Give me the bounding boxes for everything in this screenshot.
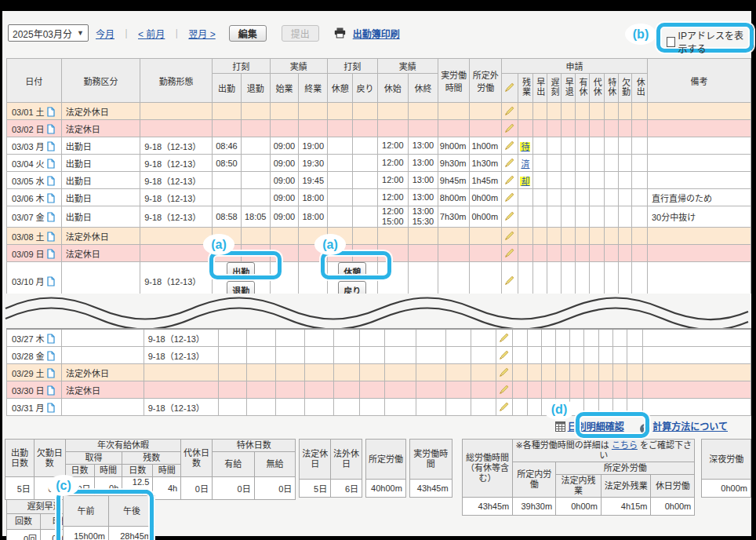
h-remaining: 残数	[122, 452, 181, 465]
edit-cell[interactable]	[502, 206, 518, 228]
overtime-cell	[471, 329, 496, 347]
edit-pencil-icon	[499, 384, 510, 395]
h-hours: 時間	[94, 465, 122, 477]
h-legal-ot: 法定内残業	[556, 475, 602, 498]
annotation-a2: (a)	[314, 234, 346, 255]
overtime-cell	[471, 399, 496, 416]
edit-cell[interactable]	[496, 329, 512, 347]
apply-empty-cell	[599, 329, 613, 347]
calc-method-link[interactable]: 計算方法について	[652, 421, 728, 432]
punch-out-cell	[247, 381, 276, 399]
here-link[interactable]: こちら	[612, 440, 638, 450]
work-pattern-cell	[140, 120, 213, 137]
start-cell	[276, 364, 305, 381]
actual-hours-cell: 9h45m	[438, 172, 470, 189]
month-select[interactable]: 2025年03月分 ▼	[8, 24, 89, 42]
v-am: 15h00m	[64, 527, 109, 540]
actual-hours-cell	[438, 228, 470, 245]
next-month-link[interactable]: 翌月 >	[188, 27, 215, 40]
apply-empty-cell	[562, 103, 576, 120]
day-document-icon[interactable]	[47, 334, 55, 344]
date-cell: 03/05 水	[7, 172, 62, 189]
annotation-c: (c)	[48, 475, 79, 496]
day-document-icon[interactable]	[47, 176, 55, 186]
actual-hours-cell: 7h30m	[438, 206, 470, 228]
rest-end-cell: 13:00	[409, 172, 438, 189]
end-cell: 19:45	[299, 172, 328, 189]
edit-cell[interactable]	[496, 364, 512, 381]
work-pattern-cell: 9-18（12-13）	[140, 155, 213, 172]
edit-cell[interactable]	[496, 381, 512, 399]
edit-cell[interactable]	[496, 347, 512, 364]
application-status-link[interactable]: 待	[520, 142, 530, 151]
apply-empty-cell	[590, 155, 605, 172]
end-cell: 18:00	[299, 206, 328, 228]
edit-pencil-icon	[504, 105, 515, 116]
edit-pencil-icon	[504, 140, 515, 151]
edit-cell[interactable]	[496, 399, 512, 416]
this-month-link[interactable]: 今月	[96, 27, 114, 40]
application-status-link[interactable]: 却	[520, 177, 530, 186]
day-document-icon[interactable]	[47, 141, 55, 151]
break-button[interactable]: 休憩	[338, 262, 366, 281]
apply-empty-cell	[541, 364, 556, 381]
h-actual-work: 実労働時間	[409, 440, 452, 480]
day-document-icon[interactable]	[47, 107, 55, 117]
h-special-leave: 特休日数	[212, 440, 295, 452]
work-division-cell: 法定休日	[61, 120, 140, 137]
day-document-icon[interactable]	[47, 403, 55, 413]
attendance-row: 03/09 日法定休日	[7, 245, 751, 262]
edit-cell[interactable]	[502, 172, 518, 189]
edit-button[interactable]: 編集	[229, 25, 267, 42]
work-division-cell	[61, 399, 144, 416]
apply-empty-cell	[613, 329, 627, 347]
rest-start-cell: 12:0015:00	[377, 206, 409, 228]
prev-month-link[interactable]: < 前月	[138, 27, 165, 40]
v-holiday-work: 0h00m	[651, 498, 695, 516]
overtime-status-cell	[518, 103, 532, 120]
apply-empty-cell	[590, 189, 605, 206]
edit-cell[interactable]	[502, 120, 518, 137]
col-actual-hours: 実労働 時間	[438, 59, 470, 103]
day-document-icon[interactable]	[47, 249, 55, 259]
remarks-cell	[647, 172, 751, 189]
apply-empty-cell	[604, 137, 618, 155]
day-document-icon[interactable]	[47, 351, 55, 361]
day-document-icon[interactable]	[47, 385, 55, 396]
break-back-cell	[353, 245, 377, 262]
v-nonlegal-ot: 4h15m	[601, 498, 651, 516]
edit-cell[interactable]	[502, 189, 518, 206]
rest-end-cell	[416, 364, 445, 381]
work-division-cell: 出勤日	[61, 137, 140, 155]
day-document-icon[interactable]	[47, 193, 55, 203]
work-pattern-cell: 9-18（12-13）	[140, 172, 213, 189]
edit-pencil-icon	[504, 157, 515, 168]
edit-cell[interactable]	[502, 228, 518, 245]
day-document-icon[interactable]	[47, 124, 55, 134]
work-division-cell: 法定外休日	[61, 103, 140, 120]
date-label: 03/03 月	[12, 142, 45, 151]
break-back-cell	[353, 120, 377, 137]
daily-detail-link[interactable]: 日別明細確認	[568, 421, 624, 432]
day-document-icon[interactable]	[47, 159, 55, 169]
work-division-cell: 出勤日	[61, 189, 140, 206]
application-status-link[interactable]: 済	[520, 159, 530, 169]
day-document-icon[interactable]	[47, 212, 55, 222]
edit-cell[interactable]	[502, 155, 518, 172]
edit-cell[interactable]	[502, 245, 518, 262]
punch-in-button[interactable]: 出勤	[227, 262, 255, 281]
punch-out-cell	[247, 399, 276, 416]
day-document-icon[interactable]	[47, 276, 55, 286]
day-document-icon[interactable]	[47, 232, 55, 242]
edit-cell[interactable]	[502, 103, 518, 120]
print-timesheet-link[interactable]: 出勤簿印刷	[353, 27, 400, 40]
h-annual-leave: 年次有給休暇	[65, 440, 180, 452]
punch-in-cell: 08:58	[213, 206, 242, 228]
punch-in-cell	[218, 399, 247, 416]
break-out-cell	[328, 172, 353, 189]
edit-cell[interactable]	[502, 137, 518, 155]
day-document-icon[interactable]	[47, 368, 55, 378]
ip-address-checkbox[interactable]	[667, 37, 675, 47]
submit-button[interactable]: 提出	[282, 25, 319, 42]
rest-start-cell: 12:00	[377, 172, 409, 189]
